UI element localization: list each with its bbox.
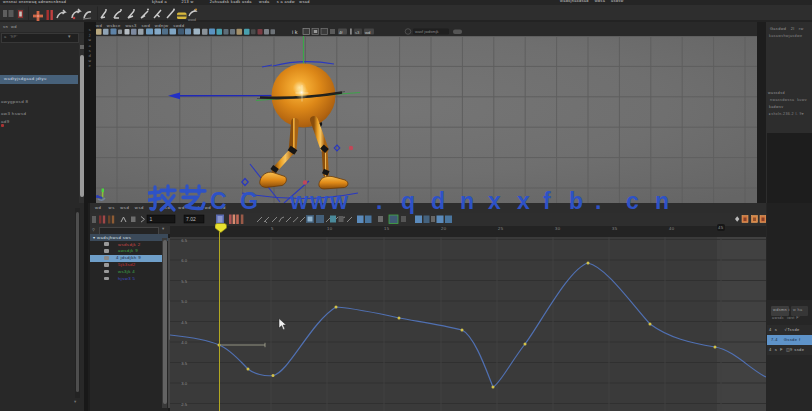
svg-text:3.5: 3.5 bbox=[181, 361, 187, 366]
svg-text:4.0: 4.0 bbox=[181, 340, 187, 345]
svg-text:wd: wd bbox=[365, 30, 371, 35]
svg-text:i k: i k bbox=[292, 29, 298, 35]
svg-text:7.02: 7.02 bbox=[186, 216, 196, 222]
svg-text:wasf jwdsmjk: wasf jwdsmjk bbox=[415, 29, 439, 34]
svg-text:3.0: 3.0 bbox=[181, 381, 187, 386]
svg-text:6.5: 6.5 bbox=[181, 238, 187, 243]
svg-text:2.5: 2.5 bbox=[181, 402, 187, 407]
svg-text:6.0: 6.0 bbox=[181, 258, 187, 263]
svg-text:CGwww.qdnxxfb.cn: CGwww.qdnxxfb.cn bbox=[210, 188, 669, 214]
svg-text:1: 1 bbox=[150, 216, 153, 222]
svg-text:4.5: 4.5 bbox=[181, 320, 187, 325]
svg-text:s3: s3 bbox=[355, 30, 360, 35]
svg-text:5.0: 5.0 bbox=[181, 299, 187, 304]
svg-text:5.5: 5.5 bbox=[181, 279, 187, 284]
